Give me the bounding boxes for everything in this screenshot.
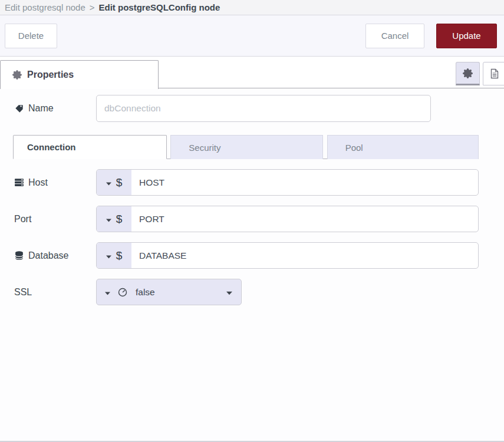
chevron-down-icon <box>106 177 111 188</box>
tab-properties-label: Properties <box>27 70 74 80</box>
breadcrumb: Edit postgresql node > Edit postgreSQLCo… <box>0 0 504 15</box>
breadcrumb-parent-link[interactable]: Edit postgresql node <box>5 2 85 12</box>
ssl-label: SSL <box>14 287 96 298</box>
database-field-row: Database $ DATABASE <box>14 242 490 269</box>
host-label: Host <box>14 177 96 188</box>
port-field-row: Port $ PORT <box>14 206 490 232</box>
tab-connection[interactable]: Connection <box>13 135 167 159</box>
host-field-row: Host $ HOST <box>14 169 490 196</box>
tab-pool-label: Pool <box>345 143 363 153</box>
config-form: Name Connection Security Pool <box>0 95 504 305</box>
chevron-down-icon <box>106 214 111 225</box>
name-input[interactable] <box>96 95 431 122</box>
name-field-row: Name <box>14 95 490 122</box>
chevron-down-icon <box>105 287 110 298</box>
edit-config-dialog: Edit postgresql node > Edit postgreSQLCo… <box>0 0 504 442</box>
dialog-toolbar: Delete Cancel Update <box>0 15 504 57</box>
host-input[interactable]: HOST <box>131 170 164 195</box>
ssl-selected-value: false <box>136 287 155 298</box>
port-typed-input: $ PORT <box>96 206 479 232</box>
database-input[interactable]: DATABASE <box>131 243 186 268</box>
tab-connection-label: Connection <box>27 142 76 152</box>
name-label: Name <box>14 103 96 114</box>
update-button[interactable]: Update <box>436 24 497 48</box>
database-label-text: Database <box>28 250 69 261</box>
host-label-text: Host <box>28 177 48 188</box>
description-view-button[interactable] <box>483 62 504 85</box>
env-var-type-icon: $ <box>116 213 123 226</box>
delete-button[interactable]: Delete <box>5 24 57 48</box>
ssl-label-text: SSL <box>14 287 32 298</box>
properties-view-button[interactable] <box>456 62 480 85</box>
chevron-down-icon <box>106 250 111 261</box>
database-label: Database <box>14 250 96 261</box>
toolbar-right-group: Cancel Update <box>365 24 497 48</box>
tab-properties[interactable]: Properties <box>0 60 159 89</box>
env-var-type-icon: $ <box>116 249 123 262</box>
server-icon <box>14 177 24 187</box>
tab-security-label: Security <box>189 143 220 153</box>
breadcrumb-separator: > <box>90 2 95 12</box>
tab-security[interactable]: Security <box>170 135 322 159</box>
breadcrumb-current: Edit postgreSQLConfig node <box>99 2 220 12</box>
env-var-type-icon: $ <box>116 176 123 189</box>
chevron-down-icon <box>226 287 232 298</box>
connection-tabs: Connection Security Pool <box>13 135 479 159</box>
port-label: Port <box>14 214 96 225</box>
ssl-field-row: SSL false <box>14 279 490 305</box>
name-label-text: Name <box>28 103 54 114</box>
port-input[interactable]: PORT <box>131 206 164 232</box>
host-typed-input: $ HOST <box>96 169 479 196</box>
cancel-button[interactable]: Cancel <box>365 24 424 48</box>
gear-icon <box>12 70 22 80</box>
doc-icon <box>490 68 499 79</box>
gear-icon <box>463 68 473 78</box>
tab-pool[interactable]: Pool <box>327 135 479 159</box>
port-label-text: Port <box>14 214 31 225</box>
host-type-select-button[interactable]: $ <box>97 170 131 195</box>
tag-icon <box>14 104 24 114</box>
editor-tabbar: Properties <box>0 57 504 88</box>
bool-circle-icon <box>118 288 127 297</box>
ssl-dropdown[interactable]: false <box>96 279 242 305</box>
database-typed-input: $ DATABASE <box>96 242 479 269</box>
database-type-select-button[interactable]: $ <box>97 243 131 268</box>
database-icon <box>14 250 24 260</box>
port-type-select-button[interactable]: $ <box>97 206 131 232</box>
